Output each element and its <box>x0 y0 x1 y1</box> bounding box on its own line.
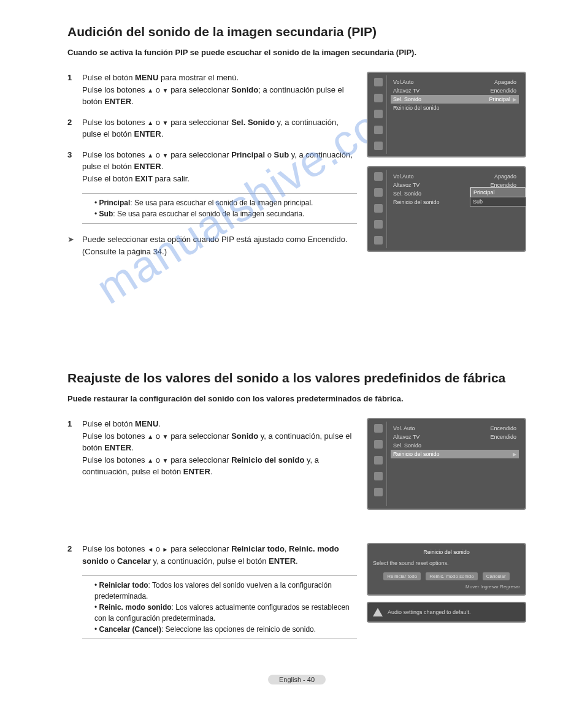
step: 2Pulse los botones o para seleccionar Se… <box>67 116 357 140</box>
step-body: Pulse el botón MENU.Pulse los botones o … <box>82 418 357 478</box>
osd-row: Vol.AutoApagado <box>391 172 519 181</box>
section2-right-2: Reinicio del sonido Select the sound res… <box>367 543 526 649</box>
down-arrow-icon <box>163 431 169 441</box>
osd-dialog-button: Reinic. modo sonido <box>426 572 477 580</box>
warning-icon <box>373 608 383 616</box>
section1-note: Principal: Se usa para escuchar el sonid… <box>82 193 357 224</box>
osd-alert: Audio settings changed to default. <box>367 602 526 623</box>
step: 3Pulse los botones o para seleccionar Pr… <box>67 149 357 185</box>
osd-panel-3: Vol. AutoEncendidoAltavoz TVEncendidoSel… <box>367 418 526 510</box>
step-number: 2 <box>67 543 82 567</box>
osd-icon <box>374 220 383 229</box>
right-arrow-icon <box>163 544 169 553</box>
osd-dialog-button: Reiniciar todo <box>383 572 421 580</box>
osd-icon <box>374 188 383 197</box>
osd-icon <box>374 142 383 150</box>
osd-row: Sel. SonidoPrincipal <box>391 95 519 104</box>
section2-note: Reiniciar todo: Todos los valores del so… <box>82 575 357 639</box>
section1-title: Audición del sonido de la imagen secunda… <box>67 25 526 39</box>
osd-iconstrip <box>370 75 387 154</box>
section2-title: Reajuste de los valores del sonido a los… <box>67 371 526 385</box>
section1-subtitle: Cuando se activa la función PIP se puede… <box>67 48 526 57</box>
osd-icon <box>374 172 383 181</box>
section2-subtitle: Puede restaurar la configuración del son… <box>67 394 526 403</box>
osd-alert-text: Audio settings changed to default. <box>388 609 471 615</box>
step-number: 1 <box>67 72 82 108</box>
step-body: Pulse el botón MENU para mostrar el menú… <box>82 72 357 108</box>
osd-dialog-footer: Mover Ingresar Regresar <box>373 584 520 590</box>
note-item: Principal: Se usa para escuchar el sonid… <box>94 197 357 208</box>
osd-row: Reinicio del sonido <box>391 104 519 112</box>
osd-icon <box>374 126 383 134</box>
osd-iconstrip <box>370 170 387 248</box>
osd-dialog: Reinicio del sonido Select the sound res… <box>367 543 526 596</box>
step: 1Pulse el botón MENU.Pulse los botones o… <box>67 418 357 478</box>
osd-row: Vol. AutoEncendido <box>391 424 519 433</box>
osd-icon <box>374 456 383 464</box>
osd-row: Sel. Sonido <box>391 441 519 450</box>
osd-panel-2: Vol.AutoApagadoAltavoz TVEncendidoSel. S… <box>367 166 526 252</box>
osd-dialog-text: Select the sound reset options. <box>373 560 520 566</box>
note-item: Sub: Se usa para escuchar el sonido de l… <box>94 208 357 219</box>
osd-popup-item: Principal <box>470 188 526 197</box>
hint-arrow-icon <box>67 233 82 257</box>
osd-icon <box>374 236 383 245</box>
section1-hint: Puede seleccionar esta opción cuando PIP… <box>67 233 357 257</box>
section1-right: Vol.AutoApagadoAltavoz TVEncendidoSel. S… <box>367 72 526 260</box>
down-arrow-icon <box>163 150 169 159</box>
osd-icon <box>374 78 383 86</box>
osd-icon <box>374 110 383 118</box>
osd-icon <box>374 94 383 102</box>
down-arrow-icon <box>163 85 169 94</box>
page-footer: English - 40 <box>268 675 326 684</box>
osd-row: Altavoz TVEncendido <box>391 433 519 441</box>
section1-left: 1Pulse el botón MENU para mostrar el men… <box>67 72 357 260</box>
up-arrow-icon <box>147 455 153 464</box>
osd-icon <box>374 440 383 449</box>
step-number: 2 <box>67 116 82 140</box>
left-arrow-icon <box>147 544 153 553</box>
osd-popup-item: Sub <box>470 197 526 206</box>
note-item: Reinic. modo sonido: Los valores actualm… <box>94 602 357 624</box>
note-item: Reiniciar todo: Todos los valores del so… <box>94 580 357 602</box>
step-body: Pulse los botones o para seleccionar Rei… <box>82 543 357 567</box>
section2-left-2: 2Pulse los botones o para seleccionar Re… <box>67 543 357 649</box>
section1-hint-text: Puede seleccionar esta opción cuando PIP… <box>82 233 357 257</box>
up-arrow-icon <box>147 150 153 159</box>
step-number: 3 <box>67 149 82 185</box>
osd-icon <box>374 488 383 496</box>
up-arrow-icon <box>147 431 153 441</box>
step: 2Pulse los botones o para seleccionar Re… <box>67 543 357 567</box>
note-item: Cancelar (Cancel): Seleccione las opcion… <box>94 624 357 635</box>
osd-dialog-title: Reinicio del sonido <box>373 549 520 555</box>
step: 1Pulse el botón MENU para mostrar el men… <box>67 72 357 108</box>
down-arrow-icon <box>163 455 169 464</box>
section2-right-1: Vol. AutoEncendidoAltavoz TVEncendidoSel… <box>367 418 526 518</box>
section2-left: 1Pulse el botón MENU.Pulse los botones o… <box>67 418 357 518</box>
osd-row: Vol.AutoApagado <box>391 78 519 86</box>
osd-dialog-button: Cancelar <box>483 572 510 580</box>
step-number: 1 <box>67 418 82 478</box>
step-body: Pulse los botones o para seleccionar Sel… <box>82 116 357 140</box>
down-arrow-icon <box>163 118 169 127</box>
step-body: Pulse los botones o para seleccionar Pri… <box>82 149 357 185</box>
osd-panel-1: Vol.AutoApagadoAltavoz TVEncendidoSel. S… <box>367 72 526 157</box>
osd-iconstrip <box>370 422 387 506</box>
osd-icon <box>374 472 383 480</box>
osd-icon <box>374 204 383 213</box>
osd-popup: PrincipalSub <box>470 187 526 207</box>
up-arrow-icon <box>147 85 153 94</box>
osd-icon <box>374 424 383 433</box>
osd-row: Altavoz TVEncendido <box>391 86 519 95</box>
up-arrow-icon <box>147 118 153 127</box>
osd-row: Reinicio del sonido <box>391 450 519 458</box>
